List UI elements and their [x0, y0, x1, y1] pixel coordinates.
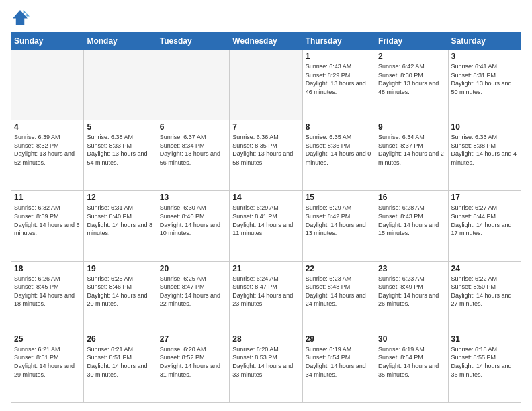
- logo: [11, 8, 32, 27]
- calendar-cell: [84, 50, 157, 120]
- weekday-header-saturday: Saturday: [448, 33, 521, 50]
- day-info: Sunrise: 6:19 AMSunset: 8:54 PMDaylight:…: [306, 345, 372, 379]
- weekday-header-thursday: Thursday: [302, 33, 375, 50]
- logo-icon: [11, 8, 30, 27]
- day-info: Sunrise: 6:23 AMSunset: 8:49 PMDaylight:…: [378, 275, 445, 308]
- day-number: 13: [160, 193, 226, 202]
- calendar-cell: 13Sunrise: 6:30 AMSunset: 8:40 PMDayligh…: [157, 191, 229, 261]
- weekday-header-monday: Monday: [84, 33, 157, 50]
- calendar-cell: 5Sunrise: 6:38 AMSunset: 8:33 PMDaylight…: [84, 120, 157, 191]
- calendar-cell: 8Sunrise: 6:35 AMSunset: 8:36 PMDaylight…: [302, 120, 375, 191]
- day-number: 2: [378, 52, 445, 61]
- day-info: Sunrise: 6:34 AMSunset: 8:37 PMDaylight:…: [378, 133, 445, 167]
- day-number: 21: [232, 264, 299, 273]
- header: [11, 8, 521, 27]
- day-info: Sunrise: 6:43 AMSunset: 8:29 PMDaylight:…: [306, 62, 372, 96]
- day-info: Sunrise: 6:22 AMSunset: 8:50 PMDaylight:…: [451, 275, 518, 308]
- calendar-cell: 3Sunrise: 6:41 AMSunset: 8:31 PMDaylight…: [448, 50, 521, 120]
- calendar-cell: 14Sunrise: 6:29 AMSunset: 8:41 PMDayligh…: [230, 191, 302, 261]
- day-number: 22: [306, 264, 372, 273]
- weekday-header-row: SundayMondayTuesdayWednesdayThursdayFrid…: [11, 33, 521, 50]
- day-info: Sunrise: 6:37 AMSunset: 8:34 PMDaylight:…: [160, 133, 226, 167]
- calendar-cell: 4Sunrise: 6:39 AMSunset: 8:32 PMDaylight…: [11, 120, 84, 191]
- calendar-cell: 30Sunrise: 6:19 AMSunset: 8:54 PMDayligh…: [375, 332, 448, 402]
- day-number: 23: [378, 264, 445, 273]
- calendar-cell: [11, 50, 84, 120]
- calendar-cell: 31Sunrise: 6:18 AMSunset: 8:55 PMDayligh…: [448, 332, 521, 402]
- day-info: Sunrise: 6:21 AMSunset: 8:51 PMDaylight:…: [14, 345, 81, 379]
- day-info: Sunrise: 6:25 AMSunset: 8:46 PMDaylight:…: [87, 275, 153, 308]
- day-info: Sunrise: 6:29 AMSunset: 8:42 PMDaylight:…: [306, 203, 372, 237]
- weekday-header-tuesday: Tuesday: [157, 33, 229, 50]
- day-info: Sunrise: 6:36 AMSunset: 8:35 PMDaylight:…: [232, 133, 299, 167]
- day-info: Sunrise: 6:18 AMSunset: 8:55 PMDaylight:…: [451, 345, 518, 379]
- calendar-cell: 22Sunrise: 6:23 AMSunset: 8:48 PMDayligh…: [302, 261, 375, 332]
- calendar-cell: 18Sunrise: 6:26 AMSunset: 8:45 PMDayligh…: [11, 261, 84, 332]
- day-number: 15: [306, 193, 372, 202]
- week-row-2: 4Sunrise: 6:39 AMSunset: 8:32 PMDaylight…: [11, 120, 521, 191]
- week-row-4: 18Sunrise: 6:26 AMSunset: 8:45 PMDayligh…: [11, 261, 521, 332]
- calendar-cell: 12Sunrise: 6:31 AMSunset: 8:40 PMDayligh…: [84, 191, 157, 261]
- calendar-cell: 16Sunrise: 6:28 AMSunset: 8:43 PMDayligh…: [375, 191, 448, 261]
- day-number: 9: [378, 122, 445, 132]
- day-number: 4: [14, 122, 81, 132]
- day-info: Sunrise: 6:21 AMSunset: 8:51 PMDaylight:…: [87, 345, 153, 379]
- calendar-cell: 6Sunrise: 6:37 AMSunset: 8:34 PMDaylight…: [157, 120, 229, 191]
- calendar-cell: 1Sunrise: 6:43 AMSunset: 8:29 PMDaylight…: [302, 50, 375, 120]
- weekday-header-sunday: Sunday: [11, 33, 84, 50]
- calendar-cell: 10Sunrise: 6:33 AMSunset: 8:38 PMDayligh…: [448, 120, 521, 191]
- day-number: 14: [232, 193, 299, 202]
- day-number: 8: [306, 122, 372, 132]
- week-row-3: 11Sunrise: 6:32 AMSunset: 8:39 PMDayligh…: [11, 191, 521, 261]
- day-info: Sunrise: 6:30 AMSunset: 8:40 PMDaylight:…: [160, 203, 226, 237]
- calendar-table: SundayMondayTuesdayWednesdayThursdayFrid…: [11, 32, 521, 403]
- calendar-cell: 17Sunrise: 6:27 AMSunset: 8:44 PMDayligh…: [448, 191, 521, 261]
- day-number: 17: [451, 193, 518, 202]
- calendar-cell: 26Sunrise: 6:21 AMSunset: 8:51 PMDayligh…: [84, 332, 157, 402]
- day-number: 5: [87, 122, 153, 132]
- calendar-cell: 7Sunrise: 6:36 AMSunset: 8:35 PMDaylight…: [230, 120, 302, 191]
- day-number: 19: [87, 264, 153, 273]
- day-info: Sunrise: 6:27 AMSunset: 8:44 PMDaylight:…: [451, 203, 518, 237]
- day-number: 31: [451, 334, 518, 344]
- day-info: Sunrise: 6:19 AMSunset: 8:54 PMDaylight:…: [378, 345, 445, 379]
- calendar-cell: 2Sunrise: 6:42 AMSunset: 8:30 PMDaylight…: [375, 50, 448, 120]
- day-number: 27: [160, 334, 226, 344]
- calendar-cell: 15Sunrise: 6:29 AMSunset: 8:42 PMDayligh…: [302, 191, 375, 261]
- day-number: 20: [160, 264, 226, 273]
- calendar-cell: 19Sunrise: 6:25 AMSunset: 8:46 PMDayligh…: [84, 261, 157, 332]
- calendar-cell: 24Sunrise: 6:22 AMSunset: 8:50 PMDayligh…: [448, 261, 521, 332]
- calendar-cell: [230, 50, 302, 120]
- calendar-cell: 11Sunrise: 6:32 AMSunset: 8:39 PMDayligh…: [11, 191, 84, 261]
- day-number: 16: [378, 193, 445, 202]
- calendar-cell: 23Sunrise: 6:23 AMSunset: 8:49 PMDayligh…: [375, 261, 448, 332]
- calendar-cell: 27Sunrise: 6:20 AMSunset: 8:52 PMDayligh…: [157, 332, 229, 402]
- day-number: 25: [14, 334, 81, 344]
- day-number: 6: [160, 122, 226, 132]
- calendar-cell: 20Sunrise: 6:25 AMSunset: 8:47 PMDayligh…: [157, 261, 229, 332]
- day-number: 29: [306, 334, 372, 344]
- calendar-cell: 28Sunrise: 6:20 AMSunset: 8:53 PMDayligh…: [230, 332, 302, 402]
- day-info: Sunrise: 6:42 AMSunset: 8:30 PMDaylight:…: [378, 62, 445, 96]
- day-info: Sunrise: 6:33 AMSunset: 8:38 PMDaylight:…: [451, 133, 518, 167]
- day-info: Sunrise: 6:28 AMSunset: 8:43 PMDaylight:…: [378, 203, 445, 237]
- calendar-cell: 9Sunrise: 6:34 AMSunset: 8:37 PMDaylight…: [375, 120, 448, 191]
- day-number: 24: [451, 264, 518, 273]
- day-number: 30: [378, 334, 445, 344]
- day-number: 11: [14, 193, 81, 202]
- day-number: 26: [87, 334, 153, 344]
- calendar-cell: [157, 50, 229, 120]
- day-info: Sunrise: 6:23 AMSunset: 8:48 PMDaylight:…: [306, 275, 372, 308]
- day-info: Sunrise: 6:26 AMSunset: 8:45 PMDaylight:…: [14, 275, 81, 308]
- day-info: Sunrise: 6:35 AMSunset: 8:36 PMDaylight:…: [306, 133, 372, 167]
- day-info: Sunrise: 6:39 AMSunset: 8:32 PMDaylight:…: [14, 133, 81, 167]
- day-number: 3: [451, 52, 518, 61]
- day-number: 10: [451, 122, 518, 132]
- day-number: 12: [87, 193, 153, 202]
- day-info: Sunrise: 6:29 AMSunset: 8:41 PMDaylight:…: [232, 203, 299, 237]
- day-info: Sunrise: 6:25 AMSunset: 8:47 PMDaylight:…: [160, 275, 226, 308]
- day-number: 28: [232, 334, 299, 344]
- day-info: Sunrise: 6:32 AMSunset: 8:39 PMDaylight:…: [14, 203, 81, 237]
- day-number: 18: [14, 264, 81, 273]
- day-number: 1: [306, 52, 372, 61]
